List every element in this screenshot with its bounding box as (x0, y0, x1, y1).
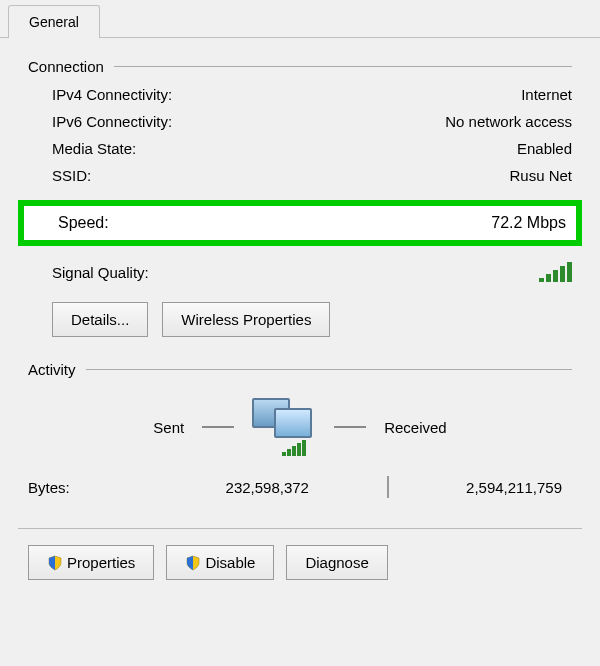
properties-label: Properties (67, 554, 135, 571)
connection-status-dialog: General Connection IPv4 Connectivity: In… (0, 0, 600, 666)
disable-label: Disable (205, 554, 255, 571)
bytes-separator (387, 476, 389, 498)
signal-bars-icon (539, 262, 572, 282)
wireless-properties-button[interactable]: Wireless Properties (162, 302, 330, 337)
received-label: Received (384, 419, 447, 436)
tab-general[interactable]: General (8, 5, 100, 38)
media-state-row: Media State: Enabled (28, 135, 572, 162)
dash-left (202, 426, 234, 428)
shield-icon (47, 555, 63, 571)
speed-label: Speed: (58, 214, 109, 232)
ipv4-value: Internet (521, 86, 572, 103)
activity-group-label: Activity (28, 361, 572, 384)
ssid-value: Rusu Net (509, 167, 572, 184)
speed-highlight: Speed: 72.2 Mbps (18, 200, 582, 246)
activity-graphic: Sent Received (28, 384, 572, 466)
details-button[interactable]: Details... (52, 302, 148, 337)
bytes-received-value: 2,594,211,759 (466, 479, 562, 496)
ipv6-row: IPv6 Connectivity: No network access (28, 108, 572, 135)
diagnose-button[interactable]: Diagnose (286, 545, 387, 580)
duration-row-partial (28, 189, 572, 198)
signal-quality-row: Signal Quality: (28, 256, 572, 296)
divider-line (114, 66, 572, 67)
connection-group-title: Connection (28, 58, 104, 75)
shield-icon (185, 555, 201, 571)
properties-button[interactable]: Properties (28, 545, 154, 580)
bytes-row: Bytes: 232,598,372 2,594,211,759 (28, 466, 572, 528)
bytes-label: Bytes: (28, 479, 148, 496)
dialog-content: Connection IPv4 Connectivity: Internet I… (0, 38, 600, 600)
media-state-value: Enabled (517, 140, 572, 157)
ssid-label: SSID: (52, 167, 91, 184)
signal-quality-label: Signal Quality: (52, 264, 149, 281)
ssid-row: SSID: Rusu Net (28, 162, 572, 189)
ipv6-label: IPv6 Connectivity: (52, 113, 172, 130)
bottom-buttons: Properties Disable Diagnose (28, 545, 572, 580)
ipv4-row: IPv4 Connectivity: Internet (28, 81, 572, 108)
connection-group-label: Connection (28, 58, 572, 81)
disable-button[interactable]: Disable (166, 545, 274, 580)
ipv6-value: No network access (445, 113, 572, 130)
activity-group-title: Activity (28, 361, 76, 378)
network-computers-icon (252, 398, 316, 456)
dash-right (334, 426, 366, 428)
sent-label: Sent (153, 419, 184, 436)
connection-buttons: Details... Wireless Properties (28, 296, 572, 361)
tab-bar: General (0, 0, 600, 38)
speed-value: 72.2 Mbps (491, 214, 566, 232)
divider-line (86, 369, 572, 370)
horizontal-divider (18, 528, 582, 529)
ipv4-label: IPv4 Connectivity: (52, 86, 172, 103)
media-state-label: Media State: (52, 140, 136, 157)
bytes-sent-value: 232,598,372 (226, 479, 309, 496)
